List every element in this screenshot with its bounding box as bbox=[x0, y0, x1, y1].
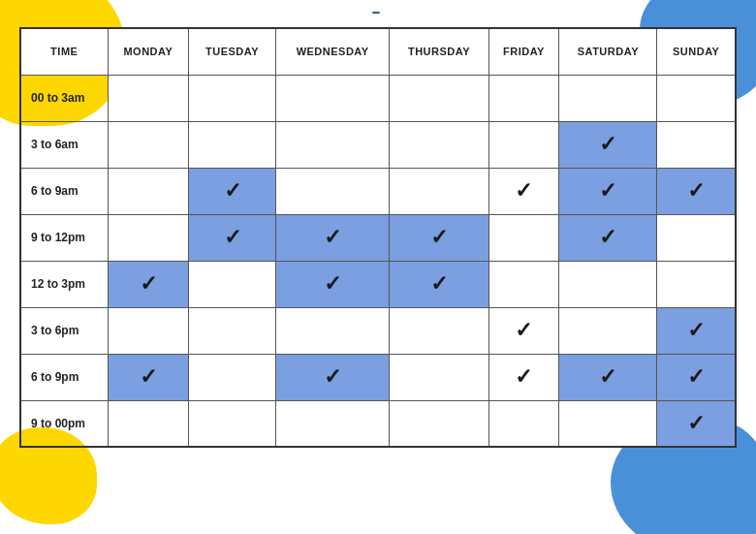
table-row: 9 to 00pm✓ bbox=[20, 400, 736, 447]
data-cell-r0-c3 bbox=[390, 75, 488, 121]
check-mark: ✓ bbox=[515, 364, 532, 389]
data-cell-r6-c5: ✓ bbox=[559, 354, 657, 400]
check-mark: ✓ bbox=[140, 364, 157, 389]
data-cell-r4-c3: ✓ bbox=[390, 261, 488, 307]
table-body: 00 to 3am3 to 6am✓6 to 9am✓✓✓✓9 to 12pm✓… bbox=[20, 75, 736, 447]
data-cell-r3-c5: ✓ bbox=[559, 214, 657, 261]
col-header-sunday: SUNDAY bbox=[657, 28, 736, 75]
table-row: 3 to 6pm✓✓ bbox=[20, 307, 736, 354]
data-cell-r7-c4 bbox=[488, 400, 559, 447]
data-cell-r2-c2 bbox=[275, 168, 390, 214]
data-cell-r4-c0: ✓ bbox=[108, 261, 189, 307]
col-header-saturday: SATURDAY bbox=[559, 28, 657, 75]
brand-icon bbox=[372, 12, 380, 14]
data-cell-r2-c4: ✓ bbox=[488, 168, 559, 214]
data-cell-r5-c5 bbox=[559, 307, 657, 354]
col-header-thursday: THURSDAY bbox=[390, 28, 488, 75]
data-cell-r2-c5: ✓ bbox=[559, 168, 657, 214]
data-cell-r4-c1 bbox=[189, 261, 276, 307]
check-mark: ✓ bbox=[599, 225, 616, 249]
data-cell-r7-c3 bbox=[390, 400, 488, 447]
data-cell-r0-c0 bbox=[108, 75, 189, 121]
data-cell-r6-c3 bbox=[390, 354, 488, 400]
check-mark: ✓ bbox=[599, 364, 616, 389]
col-header-time: TIME bbox=[20, 28, 108, 75]
data-cell-r3-c6 bbox=[657, 214, 736, 261]
table-row: 00 to 3am bbox=[20, 75, 736, 121]
data-cell-r5-c1 bbox=[189, 307, 276, 354]
time-cell-2: 6 to 9am bbox=[20, 168, 108, 214]
data-cell-r2-c6: ✓ bbox=[657, 168, 736, 214]
brand-row bbox=[372, 12, 384, 14]
data-cell-r0-c2 bbox=[275, 75, 390, 121]
time-cell-6: 6 to 9pm bbox=[20, 354, 108, 400]
table-row: 9 to 12pm✓✓✓✓ bbox=[20, 214, 736, 261]
data-cell-r1-c1 bbox=[189, 121, 276, 168]
data-cell-r2-c0 bbox=[108, 168, 189, 214]
time-cell-7: 9 to 00pm bbox=[20, 400, 108, 447]
time-cell-0: 00 to 3am bbox=[20, 75, 108, 121]
data-cell-r6-c4: ✓ bbox=[488, 354, 559, 400]
table-wrapper: TIMEMONDAYTUESDAYWEDNESDAYTHURSDAYFRIDAY… bbox=[19, 27, 737, 448]
data-cell-r4-c4 bbox=[488, 261, 559, 307]
time-cell-4: 12 to 3pm bbox=[20, 261, 108, 307]
check-mark: ✓ bbox=[324, 271, 341, 296]
data-cell-r0-c5 bbox=[559, 75, 657, 121]
data-cell-r0-c1 bbox=[189, 75, 276, 121]
check-mark: ✓ bbox=[687, 178, 705, 203]
check-mark: ✓ bbox=[324, 364, 341, 389]
check-mark: ✓ bbox=[599, 178, 616, 203]
check-mark: ✓ bbox=[599, 132, 616, 156]
data-cell-r5-c6: ✓ bbox=[657, 307, 736, 354]
table-row: 6 to 9am✓✓✓✓ bbox=[20, 168, 736, 214]
data-cell-r3-c0 bbox=[108, 214, 189, 261]
table-row: 12 to 3pm✓✓✓ bbox=[20, 261, 736, 307]
table-header-row: TIMEMONDAYTUESDAYWEDNESDAYTHURSDAYFRIDAY… bbox=[20, 28, 736, 75]
data-cell-r5-c0 bbox=[108, 307, 189, 354]
time-cell-5: 3 to 6pm bbox=[20, 307, 108, 354]
data-cell-r4-c2: ✓ bbox=[275, 261, 390, 307]
data-cell-r6-c6: ✓ bbox=[657, 354, 736, 400]
check-mark: ✓ bbox=[515, 178, 532, 203]
data-cell-r1-c4 bbox=[488, 121, 559, 168]
data-cell-r7-c0 bbox=[108, 400, 189, 447]
check-mark: ✓ bbox=[430, 271, 448, 296]
data-cell-r1-c0 bbox=[108, 121, 189, 168]
data-cell-r3-c2: ✓ bbox=[275, 214, 390, 261]
data-cell-r5-c2 bbox=[275, 307, 390, 354]
data-cell-r1-c3 bbox=[390, 121, 488, 168]
data-cell-r7-c1 bbox=[189, 400, 276, 447]
col-header-monday: MONDAY bbox=[108, 28, 189, 75]
data-cell-r7-c2 bbox=[275, 400, 390, 447]
data-cell-r5-c4: ✓ bbox=[488, 307, 559, 354]
table-row: 6 to 9pm✓✓✓✓✓ bbox=[20, 354, 736, 400]
check-mark: ✓ bbox=[430, 225, 448, 249]
schedule-table: TIMEMONDAYTUESDAYWEDNESDAYTHURSDAYFRIDAY… bbox=[19, 27, 737, 448]
data-cell-r1-c5: ✓ bbox=[559, 121, 657, 168]
data-cell-r3-c4 bbox=[488, 214, 559, 261]
data-cell-r1-c2 bbox=[275, 121, 390, 168]
data-cell-r4-c6 bbox=[657, 261, 736, 307]
data-cell-r6-c1 bbox=[189, 354, 276, 400]
check-mark: ✓ bbox=[687, 318, 705, 342]
data-cell-r1-c6 bbox=[657, 121, 736, 168]
data-cell-r7-c5 bbox=[559, 400, 657, 447]
time-cell-1: 3 to 6am bbox=[20, 121, 108, 168]
check-mark: ✓ bbox=[687, 411, 705, 435]
data-cell-r6-c0: ✓ bbox=[108, 354, 189, 400]
check-mark: ✓ bbox=[515, 318, 532, 342]
check-mark: ✓ bbox=[224, 225, 241, 249]
data-cell-r5-c3 bbox=[390, 307, 488, 354]
col-header-wednesday: WEDNESDAY bbox=[275, 28, 390, 75]
page-content: TIMEMONDAYTUESDAYWEDNESDAYTHURSDAYFRIDAY… bbox=[0, 0, 756, 457]
col-header-friday: FRIDAY bbox=[488, 28, 559, 75]
col-header-tuesday: TUESDAY bbox=[189, 28, 276, 75]
table-row: 3 to 6am✓ bbox=[20, 121, 736, 168]
check-mark: ✓ bbox=[687, 364, 705, 389]
check-mark: ✓ bbox=[324, 225, 341, 249]
data-cell-r0-c6 bbox=[657, 75, 736, 121]
data-cell-r3-c1: ✓ bbox=[189, 214, 276, 261]
check-mark: ✓ bbox=[140, 271, 157, 296]
data-cell-r2-c1: ✓ bbox=[189, 168, 276, 214]
data-cell-r2-c3 bbox=[390, 168, 488, 214]
